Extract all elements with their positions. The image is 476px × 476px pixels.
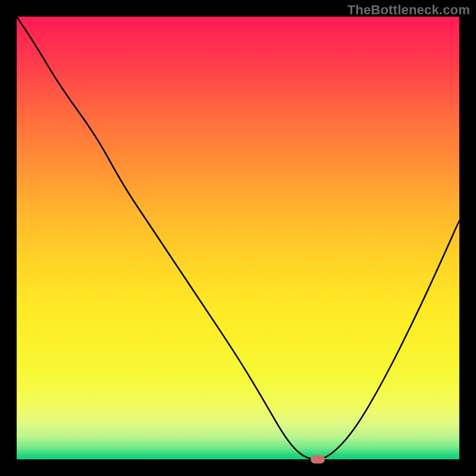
optimum-marker <box>311 455 325 464</box>
attribution-label: TheBottleneck.com <box>347 2 470 18</box>
bottleneck-curve <box>17 17 459 459</box>
plot-area <box>17 17 459 459</box>
chart-container: TheBottleneck.com <box>0 0 476 476</box>
